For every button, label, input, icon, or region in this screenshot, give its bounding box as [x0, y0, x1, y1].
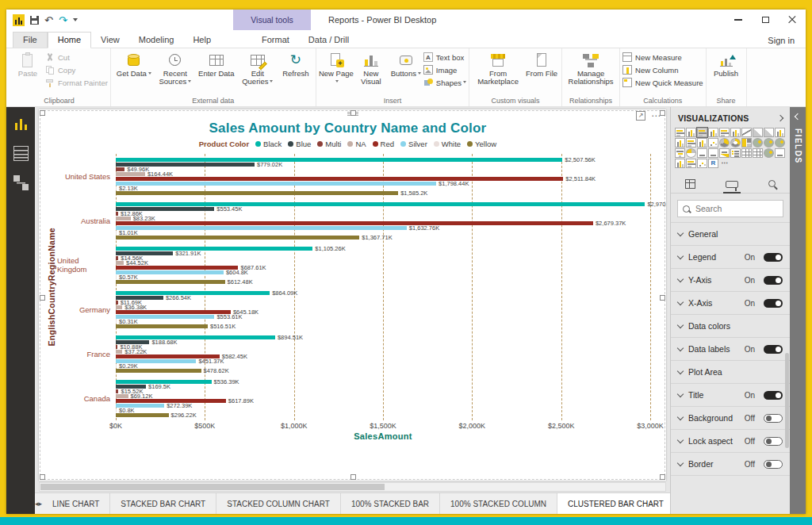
panel-scrollbar[interactable]	[785, 353, 789, 448]
canvas-horizontal-scrollbar[interactable]	[39, 482, 666, 492]
legend-item-multi[interactable]: Multi	[317, 140, 341, 148]
visual-type-stacked-column-chart[interactable]	[686, 128, 696, 137]
from-marketplace-button[interactable]: From Marketplace	[472, 49, 524, 86]
fields-pane-tab[interactable]	[683, 178, 698, 193]
visual-type-scatter-chart[interactable]	[708, 138, 718, 148]
buttons-button[interactable]: Buttons	[389, 49, 423, 78]
maximize-button[interactable]	[752, 10, 779, 30]
customize-toolbar-caret-icon[interactable]	[73, 18, 78, 24]
model-view-icon[interactable]	[13, 175, 29, 190]
bar-yellow[interactable]	[116, 369, 201, 373]
scrollbar-thumb[interactable]	[40, 484, 385, 490]
bar-black[interactable]	[116, 291, 270, 295]
legend-toggle[interactable]	[764, 253, 783, 262]
visual-type-map[interactable]	[753, 138, 763, 148]
bar-na[interactable]	[116, 172, 145, 176]
visual-type-infographic-visual[interactable]	[675, 159, 685, 168]
format-pane-tab[interactable]	[723, 178, 741, 194]
close-button[interactable]	[779, 10, 806, 30]
data-labels-toggle[interactable]	[764, 345, 783, 354]
visual-type-card[interactable]	[697, 148, 707, 158]
visual-type-matrix[interactable]	[753, 148, 763, 158]
bar-yellow[interactable]	[116, 324, 208, 328]
cut-button[interactable]: Cut	[45, 52, 108, 62]
tab-view[interactable]: View	[91, 33, 129, 48]
minimize-button[interactable]	[725, 10, 752, 30]
bar-multi[interactable]	[116, 256, 118, 260]
shapes-button[interactable]: Shapes	[423, 78, 466, 87]
bar-multi[interactable]	[116, 345, 117, 349]
format-section-plot-area[interactable]: Plot Area	[671, 361, 790, 384]
selection-handle[interactable]	[40, 295, 45, 301]
visual-type-timeline-visual[interactable]	[686, 159, 696, 168]
legend-item-black[interactable]: Black	[255, 140, 282, 148]
visual-type-arcgis-map[interactable]	[764, 148, 774, 158]
copy-button[interactable]: Copy	[45, 65, 108, 75]
bar-white[interactable]	[116, 320, 117, 324]
page-tab-stacked-column-chart[interactable]: STACKED COLUMN CHART	[216, 493, 341, 514]
tab-help[interactable]: Help	[183, 33, 220, 48]
bar-red[interactable]	[116, 221, 593, 225]
visual-type-clustered-bar-chart[interactable]	[697, 128, 707, 137]
format-painter-button[interactable]: Format Painter	[45, 78, 108, 87]
bar-multi[interactable]	[116, 212, 118, 216]
sign-in-link[interactable]: Sign in	[756, 33, 806, 48]
visual-type-more-options[interactable]: ⋯	[719, 159, 730, 168]
visual-type-table[interactable]	[741, 148, 752, 158]
visual-type-shape-map[interactable]	[775, 138, 785, 148]
format-section-title[interactable]: TitleOn	[671, 384, 790, 407]
page-tab-100-stacked-column[interactable]: 100% STACKED COLUMN	[440, 493, 557, 514]
visual-type-pie-chart[interactable]	[719, 138, 730, 148]
selection-handle[interactable]	[660, 295, 665, 301]
selection-handle[interactable]	[350, 110, 356, 116]
visual-type-line-and-stacked-column-chart[interactable]	[675, 138, 685, 148]
legend-item-white[interactable]: White	[434, 140, 461, 148]
visual-type-area-chart[interactable]	[753, 128, 763, 137]
search-input[interactable]	[694, 203, 778, 214]
bar-white[interactable]	[116, 275, 117, 279]
manage-relationships-button[interactable]: Manage Relationships	[565, 49, 617, 86]
visual-type-100-stacked-column-chart[interactable]	[730, 128, 741, 137]
background-toggle[interactable]	[764, 414, 783, 423]
tab-home[interactable]: Home	[48, 32, 91, 48]
bar-yellow[interactable]	[116, 413, 169, 417]
bar-red[interactable]	[116, 310, 231, 314]
bar-na[interactable]	[116, 305, 122, 309]
legend-item-silver[interactable]: Silver	[400, 140, 427, 148]
title-toggle[interactable]	[764, 391, 783, 400]
selection-handle[interactable]	[660, 110, 665, 116]
visual-type-donut-chart[interactable]	[730, 138, 741, 148]
page-tab-line-chart[interactable]: LINE CHART	[42, 493, 110, 514]
bar-na[interactable]	[116, 394, 128, 398]
selection-handle[interactable]	[660, 474, 665, 480]
format-search-box[interactable]	[677, 200, 783, 217]
tab-file[interactable]: File	[13, 32, 48, 48]
bar-white[interactable]	[116, 186, 117, 190]
save-icon[interactable]	[30, 16, 39, 25]
visual-type-clustered-column-chart[interactable]	[708, 128, 718, 137]
bar-na[interactable]	[116, 217, 131, 220]
bar-black[interactable]	[116, 202, 645, 206]
new-page-button[interactable]: New Page	[319, 49, 354, 86]
visual-type-stacked-bar-chart[interactable]	[675, 128, 685, 137]
tab-data-drill[interactable]: Data / Drill	[299, 33, 358, 48]
visual-type-slicer[interactable]	[730, 148, 741, 158]
bar-white[interactable]	[116, 408, 117, 412]
paste-button[interactable]: Paste	[10, 49, 45, 78]
format-section-data-labels[interactable]: Data labelsOn	[671, 338, 790, 361]
get-data-button[interactable]: Get Data	[113, 49, 155, 78]
expand-fields-icon[interactable]	[795, 113, 801, 120]
analytics-pane-tab[interactable]	[766, 178, 778, 193]
format-section-general[interactable]: General	[671, 223, 790, 246]
visual-type-line-and-clustered-column-chart[interactable]	[775, 128, 785, 137]
bar-multi[interactable]	[116, 301, 118, 305]
from-file-button[interactable]: From File	[524, 49, 559, 78]
fields-collapsed-panel[interactable]: FIELDS	[790, 107, 806, 514]
format-section-y-axis[interactable]: Y-AxisOn	[671, 269, 790, 292]
y-axis-toggle[interactable]	[764, 276, 783, 285]
legend-item-yellow[interactable]: Yellow	[467, 140, 496, 148]
bar-silver[interactable]	[116, 226, 407, 230]
bar-yellow[interactable]	[116, 236, 359, 240]
format-section-x-axis[interactable]: X-AxisOn	[671, 292, 790, 315]
bar-yellow[interactable]	[116, 191, 398, 195]
